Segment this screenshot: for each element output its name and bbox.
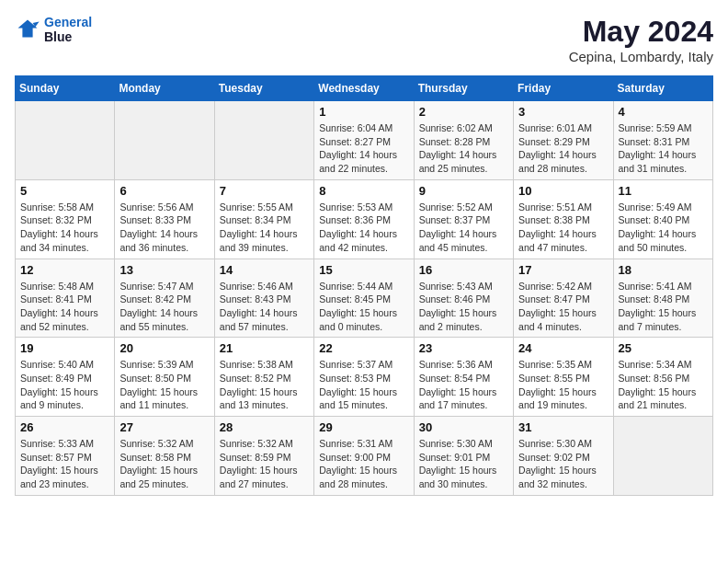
day-info: Sunrise: 5:37 AM Sunset: 8:53 PM Dayligh…	[319, 358, 408, 412]
day-info: Sunrise: 5:46 AM Sunset: 8:43 PM Dayligh…	[220, 280, 309, 334]
day-info: Sunrise: 5:36 AM Sunset: 8:54 PM Dayligh…	[419, 358, 508, 412]
calendar-cell: 5Sunrise: 5:58 AM Sunset: 8:32 PM Daylig…	[16, 179, 115, 259]
day-of-week-header: Wednesday	[314, 76, 414, 101]
day-number: 8	[319, 184, 408, 198]
day-number: 30	[419, 420, 508, 434]
day-number: 11	[619, 184, 708, 198]
calendar-cell	[613, 417, 712, 496]
calendar-cell: 29Sunrise: 5:31 AM Sunset: 9:00 PM Dayli…	[314, 417, 414, 496]
day-number: 1	[319, 105, 408, 119]
day-number: 9	[419, 184, 508, 198]
calendar-cell: 1Sunrise: 6:04 AM Sunset: 8:27 PM Daylig…	[314, 101, 414, 180]
day-number: 12	[20, 263, 109, 277]
day-info: Sunrise: 5:35 AM Sunset: 8:55 PM Dayligh…	[518, 358, 608, 412]
day-info: Sunrise: 5:55 AM Sunset: 8:34 PM Dayligh…	[220, 201, 309, 255]
day-info: Sunrise: 6:02 AM Sunset: 8:28 PM Dayligh…	[419, 121, 508, 176]
calendar-cell: 20Sunrise: 5:39 AM Sunset: 8:50 PM Dayli…	[115, 338, 214, 417]
logo: General Blue	[15, 15, 92, 44]
day-number: 7	[220, 184, 309, 198]
day-number: 28	[220, 420, 309, 434]
day-number: 3	[518, 105, 608, 119]
calendar-cell: 28Sunrise: 5:32 AM Sunset: 8:59 PM Dayli…	[214, 417, 313, 496]
day-info: Sunrise: 5:51 AM Sunset: 8:38 PM Dayligh…	[518, 201, 608, 255]
calendar-table: SundayMondayTuesdayWednesdayThursdayFrid…	[15, 75, 713, 496]
calendar-cell: 19Sunrise: 5:40 AM Sunset: 8:49 PM Dayli…	[16, 338, 115, 417]
calendar-cell: 13Sunrise: 5:47 AM Sunset: 8:42 PM Dayli…	[115, 259, 214, 338]
calendar-cell: 23Sunrise: 5:36 AM Sunset: 8:54 PM Dayli…	[414, 338, 513, 417]
day-number: 10	[518, 184, 608, 198]
day-info: Sunrise: 5:32 AM Sunset: 8:58 PM Dayligh…	[119, 437, 209, 491]
title-area: May 2024 Cepina, Lombardy, Italy	[569, 15, 713, 64]
day-info: Sunrise: 5:49 AM Sunset: 8:40 PM Dayligh…	[619, 201, 708, 255]
day-number: 23	[419, 341, 508, 355]
day-number: 26	[20, 420, 109, 434]
day-number: 27	[119, 420, 209, 434]
day-number: 31	[518, 420, 608, 434]
day-info: Sunrise: 5:58 AM Sunset: 8:32 PM Dayligh…	[20, 201, 109, 255]
day-number: 20	[119, 341, 209, 355]
calendar-cell: 4Sunrise: 5:59 AM Sunset: 8:31 PM Daylig…	[613, 101, 712, 180]
day-info: Sunrise: 5:40 AM Sunset: 8:49 PM Dayligh…	[20, 358, 109, 412]
day-number: 4	[619, 105, 708, 119]
calendar-cell: 12Sunrise: 5:48 AM Sunset: 8:41 PM Dayli…	[16, 259, 115, 338]
calendar-cell: 7Sunrise: 5:55 AM Sunset: 8:34 PM Daylig…	[214, 179, 313, 259]
day-info: Sunrise: 5:39 AM Sunset: 8:50 PM Dayligh…	[119, 358, 209, 412]
calendar-cell: 15Sunrise: 5:44 AM Sunset: 8:45 PM Dayli…	[314, 259, 414, 338]
day-info: Sunrise: 5:30 AM Sunset: 9:01 PM Dayligh…	[419, 437, 508, 491]
day-number: 14	[220, 263, 309, 277]
day-info: Sunrise: 5:31 AM Sunset: 9:00 PM Dayligh…	[319, 437, 408, 491]
day-info: Sunrise: 6:01 AM Sunset: 8:29 PM Dayligh…	[518, 121, 608, 176]
svg-marker-0	[18, 20, 38, 38]
day-number: 6	[119, 184, 209, 198]
day-info: Sunrise: 5:53 AM Sunset: 8:36 PM Dayligh…	[319, 201, 408, 255]
calendar-cell: 14Sunrise: 5:46 AM Sunset: 8:43 PM Dayli…	[214, 259, 313, 338]
calendar-cell: 6Sunrise: 5:56 AM Sunset: 8:33 PM Daylig…	[115, 179, 214, 259]
day-info: Sunrise: 5:56 AM Sunset: 8:33 PM Dayligh…	[119, 201, 209, 255]
day-number: 24	[518, 341, 608, 355]
day-number: 21	[220, 341, 309, 355]
calendar-cell: 11Sunrise: 5:49 AM Sunset: 8:40 PM Dayli…	[613, 179, 712, 259]
day-info: Sunrise: 5:48 AM Sunset: 8:41 PM Dayligh…	[20, 280, 109, 334]
day-info: Sunrise: 5:59 AM Sunset: 8:31 PM Dayligh…	[619, 121, 708, 176]
calendar-cell: 10Sunrise: 5:51 AM Sunset: 8:38 PM Dayli…	[514, 179, 613, 259]
day-number: 17	[518, 263, 608, 277]
calendar-cell: 24Sunrise: 5:35 AM Sunset: 8:55 PM Dayli…	[514, 338, 613, 417]
day-number: 29	[319, 420, 408, 434]
day-number: 22	[319, 341, 408, 355]
logo-icon	[15, 17, 40, 42]
day-number: 19	[20, 341, 109, 355]
day-info: Sunrise: 5:44 AM Sunset: 8:45 PM Dayligh…	[319, 280, 408, 334]
day-info: Sunrise: 5:32 AM Sunset: 8:59 PM Dayligh…	[220, 437, 309, 491]
day-number: 18	[619, 263, 708, 277]
day-number: 15	[319, 263, 408, 277]
calendar-header: SundayMondayTuesdayWednesdayThursdayFrid…	[16, 76, 713, 101]
day-number: 2	[419, 105, 508, 119]
day-info: Sunrise: 5:43 AM Sunset: 8:46 PM Dayligh…	[419, 280, 508, 334]
calendar-cell: 18Sunrise: 5:41 AM Sunset: 8:48 PM Dayli…	[613, 259, 712, 338]
logo-text: General Blue	[44, 15, 92, 44]
day-number: 25	[619, 341, 708, 355]
calendar-cell: 22Sunrise: 5:37 AM Sunset: 8:53 PM Dayli…	[314, 338, 414, 417]
calendar-cell	[16, 101, 115, 180]
month-title: May 2024	[569, 15, 713, 49]
day-info: Sunrise: 6:04 AM Sunset: 8:27 PM Dayligh…	[319, 121, 408, 176]
calendar-cell: 8Sunrise: 5:53 AM Sunset: 8:36 PM Daylig…	[314, 179, 414, 259]
calendar-cell	[115, 101, 214, 180]
day-info: Sunrise: 5:47 AM Sunset: 8:42 PM Dayligh…	[119, 280, 209, 334]
calendar-cell: 16Sunrise: 5:43 AM Sunset: 8:46 PM Dayli…	[414, 259, 513, 338]
calendar-cell: 17Sunrise: 5:42 AM Sunset: 8:47 PM Dayli…	[514, 259, 613, 338]
day-of-week-header: Monday	[115, 76, 214, 101]
day-number: 5	[20, 184, 109, 198]
day-info: Sunrise: 5:33 AM Sunset: 8:57 PM Dayligh…	[20, 437, 109, 491]
day-info: Sunrise: 5:52 AM Sunset: 8:37 PM Dayligh…	[419, 201, 508, 255]
calendar-cell: 21Sunrise: 5:38 AM Sunset: 8:52 PM Dayli…	[214, 338, 313, 417]
day-info: Sunrise: 5:38 AM Sunset: 8:52 PM Dayligh…	[220, 358, 309, 412]
calendar-week-row: 1Sunrise: 6:04 AM Sunset: 8:27 PM Daylig…	[16, 101, 713, 180]
calendar-cell: 9Sunrise: 5:52 AM Sunset: 8:37 PM Daylig…	[414, 179, 513, 259]
day-number: 16	[419, 263, 508, 277]
day-of-week-header: Thursday	[414, 76, 513, 101]
day-number: 13	[119, 263, 209, 277]
location: Cepina, Lombardy, Italy	[569, 49, 713, 64]
calendar-week-row: 12Sunrise: 5:48 AM Sunset: 8:41 PM Dayli…	[16, 259, 713, 338]
calendar-cell: 30Sunrise: 5:30 AM Sunset: 9:01 PM Dayli…	[414, 417, 513, 496]
